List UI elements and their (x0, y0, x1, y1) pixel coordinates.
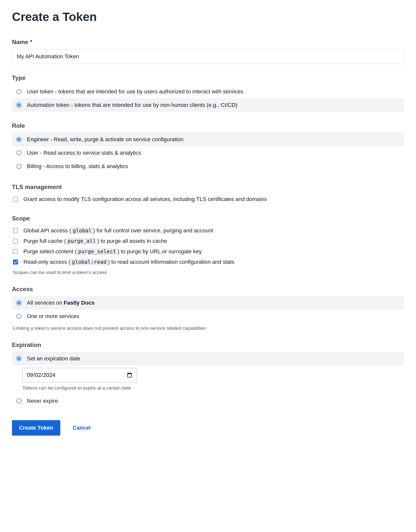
tls-checkbox[interactable] (13, 197, 18, 202)
access-helper: Limiting a token's service access does n… (12, 326, 404, 331)
name-field-group: Name * (12, 39, 404, 64)
scope-option-purge-select-label: Purge select content (purge_select) to p… (23, 248, 403, 255)
role-radio-billing[interactable] (16, 164, 21, 169)
access-label: Access (12, 286, 404, 293)
scope-checkbox-purge-all[interactable] (13, 239, 18, 244)
name-input[interactable] (12, 49, 404, 64)
role-option-billing[interactable]: Billing - Access to billing, stats & ana… (12, 160, 404, 173)
button-row: Create Token Cancel (12, 420, 404, 436)
scope-checkbox-global[interactable] (13, 228, 18, 233)
tls-option-label: Grant access to modify TLS configuration… (23, 196, 403, 202)
type-radio-user[interactable] (16, 89, 21, 94)
scope-field-group: Scope Global API access (global) for ful… (12, 215, 404, 275)
access-radio-all[interactable] (16, 300, 21, 305)
type-field-group: Type User token - tokens that are intend… (12, 74, 404, 112)
role-radio-user[interactable] (16, 150, 21, 155)
access-option-some[interactable]: One or more services (12, 310, 404, 323)
tls-field-group: TLS management Grant access to modify TL… (12, 184, 404, 204)
expiration-radio-never[interactable] (16, 399, 21, 403)
scope-code-purge-all: purge_all (66, 238, 97, 245)
role-option-engineer[interactable]: Engineer - Read, write, purge & activate… (12, 133, 404, 146)
scope-checkbox-global-read[interactable] (13, 260, 18, 265)
cancel-button[interactable]: Cancel (73, 425, 91, 431)
role-field-group: Role Engineer - Read, write, purge & act… (12, 122, 404, 173)
access-option-all-label: All services on Fastly Docs (27, 300, 400, 306)
type-option-user-label: User token - tokens that are intended fo… (27, 88, 400, 95)
role-option-engineer-label: Engineer - Read, write, purge & activate… (27, 136, 400, 143)
page-title: Create a Token (12, 10, 404, 24)
scope-code-global-read: global:read (70, 259, 108, 266)
expiration-option-never[interactable]: Never expire (12, 394, 404, 408)
expiration-option-set-label: Set an expiration date (27, 355, 400, 362)
access-option-all[interactable]: All services on Fastly Docs (12, 296, 404, 310)
type-option-automation-label: Automation token - tokens that are inten… (27, 102, 400, 108)
expiration-option-set[interactable]: Set an expiration date (12, 352, 404, 365)
access-radio-some[interactable] (16, 314, 21, 319)
role-label: Role (12, 122, 404, 129)
scope-option-purge-all-label: Purge full cache (purge_all) to purge al… (23, 238, 403, 244)
type-label: Type (12, 74, 404, 81)
tls-label: TLS management (12, 184, 404, 191)
expiration-date-helper: Tokens can be configured to expire at a … (22, 385, 404, 391)
name-label: Name * (12, 39, 404, 46)
type-option-user[interactable]: User token - tokens that are intended fo… (12, 85, 404, 98)
access-field-group: Access All services on Fastly Docs One o… (12, 286, 404, 331)
access-option-some-label: One or more services (27, 313, 400, 320)
type-radio-automation[interactable] (16, 103, 21, 108)
scope-option-global-label: Global API access (global) for full cont… (23, 227, 403, 234)
scope-label: Scope (12, 215, 404, 222)
role-option-billing-label: Billing - Access to billing, stats & ana… (27, 163, 400, 170)
expiration-radio-set[interactable] (16, 356, 21, 361)
scope-option-purge-all[interactable]: Purge full cache (purge_all) to purge al… (12, 236, 404, 246)
scope-option-global[interactable]: Global API access (global) for full cont… (12, 225, 404, 236)
type-option-automation[interactable]: Automation token - tokens that are inten… (12, 98, 404, 112)
tls-option[interactable]: Grant access to modify TLS configuration… (12, 194, 404, 204)
role-option-user[interactable]: User - Read access to service stats & an… (12, 146, 404, 160)
scope-option-global-read[interactable]: Read-only access (global:read) to read a… (12, 257, 404, 267)
role-radio-engineer[interactable] (16, 137, 21, 142)
create-token-button[interactable]: Create Token (12, 420, 60, 436)
role-option-user-label: User - Read access to service stats & an… (27, 150, 400, 156)
expiration-field-group: Expiration Set an expiration date Tokens… (12, 341, 404, 408)
scope-helper: Scopes can be used to limit a token's ac… (12, 270, 404, 275)
expiration-option-never-label: Never expire (27, 398, 400, 404)
scope-code-purge-select: purge_select (77, 248, 118, 255)
scope-code-global: global (71, 227, 93, 234)
expiration-date-input[interactable] (22, 368, 137, 382)
scope-option-purge-select[interactable]: Purge select content (purge_select) to p… (12, 246, 404, 257)
expiration-label: Expiration (12, 341, 404, 348)
scope-option-global-read-label: Read-only access (global:read) to read a… (23, 259, 403, 265)
scope-checkbox-purge-select[interactable] (13, 249, 18, 254)
